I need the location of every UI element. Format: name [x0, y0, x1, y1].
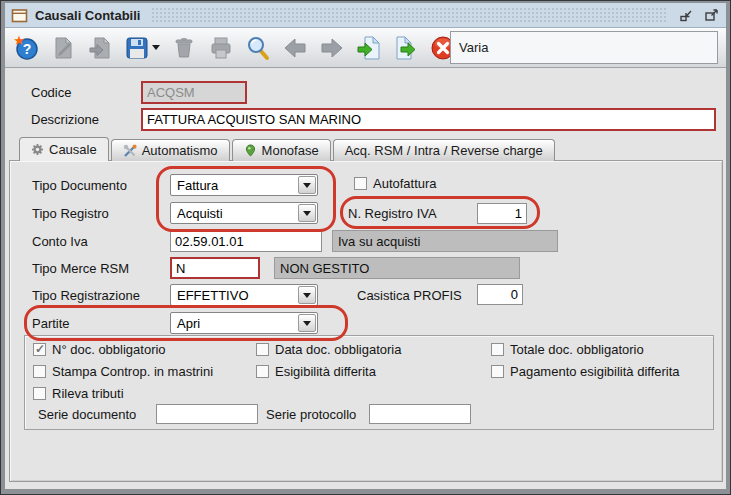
titlebar: Causali Contabili [5, 3, 726, 28]
delete-icon [171, 35, 197, 61]
totale-doc-obbligatorio-checkbox-box[interactable] [491, 343, 504, 356]
document-out-button[interactable] [393, 35, 419, 61]
esigibilita-differita-label: Esigibilità differita [275, 364, 376, 379]
n-doc-obbligatorio-checkbox-box[interactable] [33, 343, 46, 356]
codice-field: ACQSM [141, 81, 247, 104]
casistica-profis-input[interactable] [477, 284, 523, 305]
descrizione-input[interactable] [141, 108, 716, 131]
pagamento-esigibilita-checkbox-box[interactable] [491, 365, 504, 378]
gear-icon [31, 143, 44, 156]
duplicate-document-button[interactable] [87, 35, 113, 61]
serie-protocollo-label: Serie protocollo [266, 407, 356, 422]
tools-icon [123, 144, 137, 158]
tipo-merce-rsm-description-text: NON GESTITO [280, 261, 369, 276]
help-icon: ? ★ [13, 35, 39, 61]
save-button[interactable] [124, 35, 160, 61]
search-icon [245, 35, 271, 61]
data-doc-obbligatoria-label: Data doc. obbligatoria [275, 342, 401, 357]
edit-document-button[interactable] [50, 35, 76, 61]
serie-documento-input[interactable] [156, 404, 258, 424]
tipo-registrazione-label: Tipo Registrazione [32, 288, 140, 303]
print-button[interactable] [208, 35, 234, 61]
toolbar: ? ★ [5, 28, 726, 68]
n-doc-obbligatorio-label: N° doc. obbligatorio [52, 342, 166, 357]
chevron-down-icon[interactable] [298, 314, 316, 332]
restore-button[interactable] [677, 7, 695, 23]
tab-acq-rsm-intra-reverse-charge[interactable]: Acq. RSM / Intra / Reverse charge [333, 139, 555, 161]
maximize-button[interactable] [702, 7, 720, 23]
data-doc-obbligatoria-checkbox[interactable]: Data doc. obbligatoria [256, 342, 401, 357]
save-dropdown-caret-icon[interactable] [152, 45, 160, 50]
tipo-registro-label: Tipo Registro [32, 206, 109, 221]
conto-iva-input[interactable] [170, 230, 322, 252]
chevron-down-icon[interactable] [298, 176, 316, 194]
tipo-registrazione-select[interactable]: EFFETTIVO [170, 284, 318, 306]
esigibilita-differita-checkbox[interactable]: Esigibilità differita [256, 364, 376, 379]
tipo-documento-value: Fattura [177, 178, 218, 193]
arrow-left-icon [282, 35, 308, 61]
save-icon [124, 35, 150, 61]
totale-doc-obbligatorio-label: Totale doc. obbligatorio [510, 342, 644, 357]
pagamento-esigibilita-label: Pagamento esigibilità differita [510, 364, 680, 379]
causale-tab-panel: Tipo Documento Fattura Autofattura Tipo … [9, 160, 723, 482]
tipo-merce-rsm-input[interactable] [170, 257, 260, 279]
document-in-icon [356, 35, 382, 61]
tipo-registrazione-value: EFFETTIVO [177, 288, 249, 303]
options-panel: N° doc. obbligatorio Data doc. obbligato… [24, 335, 714, 430]
partite-select[interactable]: Apri [170, 312, 318, 334]
pin-icon [244, 144, 257, 157]
tab-automatismo[interactable]: Automatismo [111, 139, 230, 161]
descrizione-label: Descrizione [31, 112, 99, 127]
svg-text:★: ★ [13, 35, 25, 48]
document-out-icon [393, 35, 419, 61]
pagamento-esigibilita-checkbox[interactable]: Pagamento esigibilità differita [491, 364, 680, 379]
tipo-merce-rsm-description: NON GESTITO [274, 257, 520, 279]
stampa-controp-label: Stampa Controp. in mastrini [52, 364, 213, 379]
document-in-button[interactable] [356, 35, 382, 61]
esigibilita-differita-checkbox-box[interactable] [256, 365, 269, 378]
main-content: Codice ACQSM Descrizione Causale [5, 68, 726, 489]
rileva-tributi-checkbox-box[interactable] [33, 387, 46, 400]
data-doc-obbligatoria-checkbox-box[interactable] [256, 343, 269, 356]
window-icon [11, 8, 28, 23]
tab-causale[interactable]: Causale [19, 137, 109, 161]
stampa-controp-checkbox[interactable]: Stampa Controp. in mastrini [33, 364, 213, 379]
next-button[interactable] [319, 35, 345, 61]
tab-monofase[interactable]: Monofase [232, 139, 331, 161]
tab-acq-rsm-label: Acq. RSM / Intra / Reverse charge [345, 143, 543, 158]
partite-label: Partite [32, 316, 70, 331]
stampa-controp-checkbox-box[interactable] [33, 365, 46, 378]
tipo-documento-select[interactable]: Fattura [170, 174, 318, 196]
duplicate-document-icon [87, 35, 113, 61]
totale-doc-obbligatorio-checkbox[interactable]: Totale doc. obbligatorio [491, 342, 644, 357]
context-field[interactable]: Varia [450, 31, 718, 64]
chevron-down-icon[interactable] [298, 286, 316, 304]
maximize-icon [704, 9, 719, 22]
search-button[interactable] [245, 35, 271, 61]
tipo-registro-select[interactable]: Acquisti [170, 202, 318, 224]
tab-automatismo-label: Automatismo [142, 143, 218, 158]
chevron-down-icon[interactable] [298, 204, 316, 222]
restore-icon [679, 9, 694, 22]
delete-button[interactable] [171, 35, 197, 61]
autofattura-checkbox-box[interactable] [354, 177, 367, 190]
codice-label: Codice [31, 85, 71, 100]
previous-button[interactable] [282, 35, 308, 61]
help-button[interactable]: ? ★ [13, 35, 39, 61]
n-doc-obbligatorio-checkbox[interactable]: N° doc. obbligatorio [33, 342, 166, 357]
tipo-documento-label: Tipo Documento [32, 178, 127, 193]
casistica-profis-label: Casistica PROFIS [357, 288, 462, 303]
n-registro-iva-input[interactable] [477, 203, 527, 224]
tipo-merce-rsm-label: Tipo Merce RSM [32, 261, 129, 276]
arrow-right-icon [319, 35, 345, 61]
titlebar-texture [151, 7, 666, 24]
causali-contabili-window: Causali Contabili ? ★ [0, 0, 731, 495]
serie-protocollo-input[interactable] [369, 404, 471, 424]
tab-monofase-label: Monofase [262, 143, 319, 158]
codice-value: ACQSM [147, 85, 195, 100]
partite-value: Apri [177, 316, 200, 331]
autofattura-checkbox[interactable]: Autofattura [354, 176, 437, 191]
rileva-tributi-label: Rileva tributi [52, 386, 124, 401]
rileva-tributi-checkbox[interactable]: Rileva tributi [33, 386, 124, 401]
print-icon [208, 35, 234, 61]
